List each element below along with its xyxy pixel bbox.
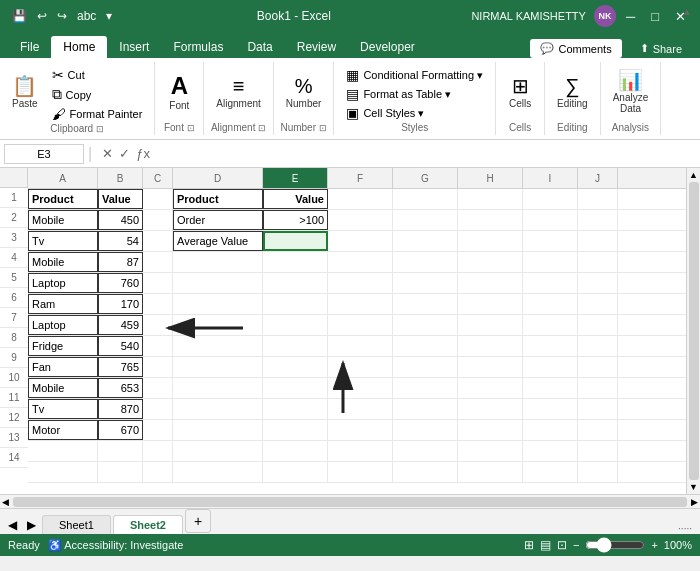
cell-G5[interactable] [393,273,458,293]
cell-C3[interactable] [143,231,173,251]
cell-I2[interactable] [523,210,578,230]
share-button[interactable]: ⬆ Share [630,39,692,58]
cell-I10[interactable] [523,378,578,398]
cell-G6[interactable] [393,294,458,314]
cell-A4[interactable]: Mobile [28,252,98,272]
scroll-down-button[interactable]: ▼ [689,482,698,492]
minimize-button[interactable]: ─ [620,7,641,26]
cell-E11[interactable] [263,399,328,419]
cell-F2[interactable] [328,210,393,230]
copy-button[interactable]: ⧉ Copy [46,85,149,104]
cell-F10[interactable] [328,378,393,398]
cell-C2[interactable] [143,210,173,230]
cell-A3[interactable]: Tv [28,231,98,251]
zoom-slider[interactable] [585,537,645,553]
cell-G11[interactable] [393,399,458,419]
cell-styles-button[interactable]: ▣ Cell Styles ▾ [340,104,489,122]
cell-A12[interactable]: Motor [28,420,98,440]
cell-A10[interactable]: Mobile [28,378,98,398]
cell-D1[interactable]: Product [173,189,263,209]
cell-A5[interactable]: Laptop [28,273,98,293]
cell-A1[interactable]: Product [28,189,98,209]
cell-A2[interactable]: Mobile [28,210,98,230]
scroll-left-button[interactable]: ◀ [0,497,11,507]
cell-G13[interactable] [393,441,458,461]
cell-G12[interactable] [393,420,458,440]
cells-button[interactable]: ⊞ Cells [502,66,538,118]
cell-H1[interactable] [458,189,523,209]
undo-button[interactable]: ↩ [33,7,51,25]
cell-B8[interactable]: 540 [98,336,143,356]
cell-D6[interactable] [173,294,263,314]
cell-D7[interactable] [173,315,263,335]
cell-B7[interactable]: 459 [98,315,143,335]
cell-J7[interactable] [578,315,618,335]
cell-E8[interactable] [263,336,328,356]
cell-E13[interactable] [263,441,328,461]
cell-reference-input[interactable] [4,144,84,164]
cell-G10[interactable] [393,378,458,398]
cell-E9[interactable] [263,357,328,377]
cell-B10[interactable]: 653 [98,378,143,398]
cell-C13[interactable] [143,441,173,461]
autosave-button[interactable]: abc [73,7,100,25]
cell-E12[interactable] [263,420,328,440]
cell-B4[interactable]: 87 [98,252,143,272]
cell-H8[interactable] [458,336,523,356]
cell-I8[interactable] [523,336,578,356]
cell-I6[interactable] [523,294,578,314]
scroll-right-button[interactable]: ▶ [689,497,700,507]
cell-D10[interactable] [173,378,263,398]
cell-H14[interactable] [458,462,523,482]
conditional-formatting-button[interactable]: ▦ Conditional Formatting ▾ [340,66,489,84]
cell-G2[interactable] [393,210,458,230]
cell-B14[interactable] [98,462,143,482]
cell-C8[interactable] [143,336,173,356]
cell-C9[interactable] [143,357,173,377]
scroll-thumb[interactable] [689,182,699,480]
cell-I7[interactable] [523,315,578,335]
cell-E3[interactable] [263,231,328,251]
confirm-formula-button[interactable]: ✓ [117,144,132,163]
prev-sheet-button[interactable]: ◀ [4,516,21,534]
cell-H11[interactable] [458,399,523,419]
cell-E10[interactable] [263,378,328,398]
formula-input[interactable] [156,148,696,160]
cell-D13[interactable] [173,441,263,461]
cell-B2[interactable]: 450 [98,210,143,230]
cell-B11[interactable]: 870 [98,399,143,419]
cell-E7[interactable] [263,315,328,335]
cell-C5[interactable] [143,273,173,293]
cell-I3[interactable] [523,231,578,251]
normal-view-button[interactable]: ⊞ [524,538,534,552]
sheet-tab-sheet1[interactable]: Sheet1 [42,515,111,534]
tab-formulas[interactable]: Formulas [161,36,235,58]
cell-G1[interactable] [393,189,458,209]
cell-J8[interactable] [578,336,618,356]
cell-G7[interactable] [393,315,458,335]
cell-A14[interactable] [28,462,98,482]
cell-E2[interactable]: >100 [263,210,328,230]
number-button[interactable]: % Number [280,66,328,118]
cell-A7[interactable]: Laptop [28,315,98,335]
cell-J10[interactable] [578,378,618,398]
cell-F13[interactable] [328,441,393,461]
accessibility-status[interactable]: ♿ Accessibility: Investigate [48,539,184,552]
cell-J2[interactable] [578,210,618,230]
cell-D8[interactable] [173,336,263,356]
cell-F11[interactable] [328,399,393,419]
cell-I4[interactable] [523,252,578,272]
cell-J9[interactable] [578,357,618,377]
cut-button[interactable]: ✂ Cut [46,66,149,84]
cell-E5[interactable] [263,273,328,293]
cell-F6[interactable] [328,294,393,314]
vertical-scrollbar[interactable]: ▲ ▼ [686,168,700,494]
cell-E4[interactable] [263,252,328,272]
sheet-tab-sheet2[interactable]: Sheet2 [113,515,183,534]
cell-D9[interactable] [173,357,263,377]
scroll-up-button[interactable]: ▲ [689,170,698,180]
cell-E14[interactable] [263,462,328,482]
tab-insert[interactable]: Insert [107,36,161,58]
cell-D3[interactable]: Average Value [173,231,263,251]
cell-A13[interactable] [28,441,98,461]
